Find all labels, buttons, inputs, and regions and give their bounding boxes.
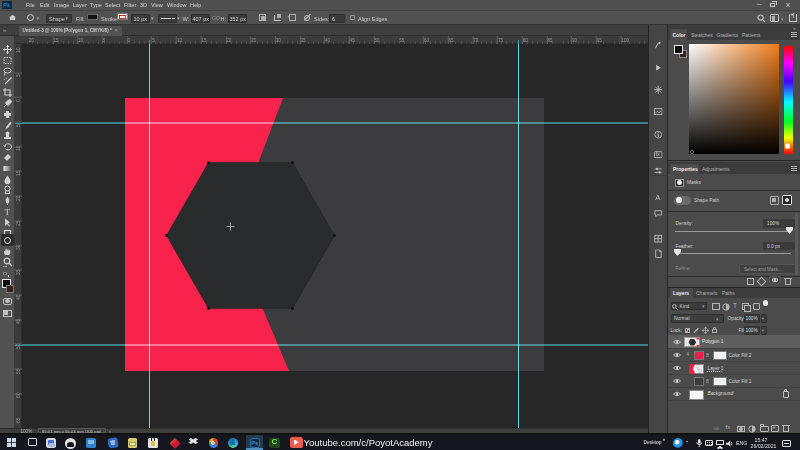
svg-text:A: A (655, 193, 661, 201)
svg-text:fx: fx (656, 151, 660, 157)
